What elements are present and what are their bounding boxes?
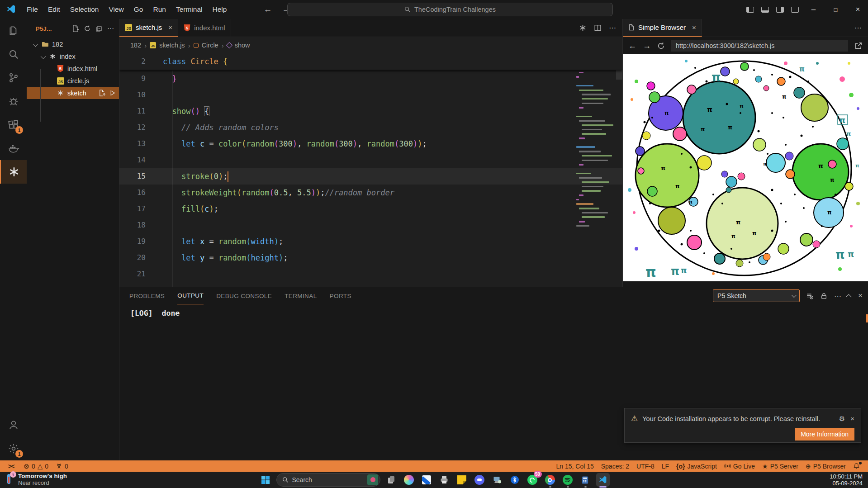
notification-close-icon[interactable]: × — [850, 415, 854, 423]
p5-sketch-explorer-icon[interactable] — [0, 160, 27, 184]
notification-settings-gear-icon[interactable]: ⚙ — [839, 415, 845, 423]
editor-more-actions-icon[interactable]: ⋯ — [609, 24, 616, 32]
taskbar-icon-snipping-tool[interactable] — [420, 473, 433, 487]
eol-sequence[interactable]: LF — [658, 460, 673, 472]
run-sketch-icon[interactable] — [109, 90, 115, 96]
breadcrumb-file[interactable]: sketch.js — [159, 42, 185, 49]
taskbar-icon-printer[interactable] — [437, 473, 451, 487]
taskbar-icon-copilot[interactable] — [402, 473, 416, 487]
tab-simple-browser[interactable]: Simple Browser × — [623, 19, 702, 37]
more-information-button[interactable]: More Information — [795, 428, 854, 441]
code-line[interactable]: 11 show() { — [119, 103, 622, 119]
maximize-panel-icon[interactable] — [846, 294, 852, 300]
taskbar-icon-chrome[interactable] — [543, 473, 557, 487]
code-line[interactable]: 13 let c = color(random(300), random(300… — [119, 136, 622, 152]
browser-more-actions-icon[interactable]: ⋯ — [854, 24, 862, 32]
indentation[interactable]: Spaces: 2 — [598, 460, 633, 472]
browser-forward-icon[interactable]: → — [643, 41, 651, 51]
taskbar-icon-calculator[interactable] — [579, 473, 592, 487]
taskbar-icon-whatsapp[interactable]: 50 — [526, 473, 539, 487]
notifications-bell[interactable] — [849, 460, 863, 472]
tab-index-html[interactable]: 5 index.html — [178, 19, 231, 37]
source-control-icon[interactable] — [0, 66, 27, 90]
taskbar-search[interactable]: Search — [276, 473, 380, 487]
toggle-sidebar-icon[interactable] — [746, 7, 754, 13]
toggle-panel-icon[interactable] — [761, 7, 769, 13]
minimap[interactable] — [576, 54, 615, 287]
code-line[interactable]: 12 // Adds random colors — [119, 119, 622, 136]
encoding[interactable]: UTF-8 — [633, 460, 658, 472]
lock-icon[interactable] — [820, 292, 828, 300]
url-input[interactable]: http://localhost:3000/182\sketch.js — [671, 40, 848, 52]
toggle-secondary-sidebar-icon[interactable] — [776, 7, 784, 13]
browser-reload-icon[interactable] — [657, 42, 665, 50]
code-line[interactable]: 9 } — [119, 71, 622, 87]
code-line[interactable]: 21 — [119, 266, 622, 282]
panel-tab-debug-console[interactable]: DEBUG CONSOLE — [216, 287, 272, 304]
taskbar-icon-vscode[interactable] — [596, 473, 610, 487]
command-center-search[interactable]: TheCodingTrain Challenges — [287, 3, 613, 16]
p5-server-button[interactable]: ★ P5 Server — [759, 460, 802, 472]
docker-icon[interactable] — [0, 137, 27, 160]
window-maximize-button[interactable]: □ — [825, 0, 846, 19]
menu-terminal[interactable]: Terminal — [171, 0, 208, 19]
window-close-button[interactable]: × — [848, 0, 868, 19]
manage-gear-icon[interactable]: 1 — [0, 437, 27, 460]
code-line[interactable]: 15 stroke(0); — [119, 168, 622, 185]
taskbar-icon-bluetooth[interactable] — [508, 473, 522, 487]
code-line[interactable]: 10 — [119, 87, 622, 103]
menu-selection[interactable]: Selection — [65, 0, 104, 19]
tree-item-index[interactable]: index — [27, 50, 119, 62]
menu-go[interactable]: Go — [129, 0, 148, 19]
extensions-icon[interactable]: 1 — [0, 113, 27, 137]
window-minimize-button[interactable]: – — [803, 0, 824, 19]
tab-close-icon[interactable]: × — [692, 24, 696, 31]
panel-tab-output[interactable]: OUTPUT — [177, 287, 204, 304]
breadcrumb-method[interactable]: show — [235, 42, 250, 49]
go-live-button[interactable]: Go Live — [721, 460, 759, 472]
run-p5-sketch-icon[interactable] — [579, 24, 587, 32]
weather-widget[interactable]: 1 Tomorrow's high Near record — [4, 473, 67, 486]
tab-sketch-js[interactable]: JS sketch.js × — [119, 19, 178, 37]
menu-file[interactable]: File — [22, 0, 43, 19]
clear-output-icon[interactable] — [806, 292, 814, 300]
explorer-icon[interactable] — [0, 19, 27, 43]
accounts-icon[interactable] — [0, 413, 27, 437]
code-line[interactable]: 20 let y = random(height); — [119, 250, 622, 266]
code-line[interactable]: 17 fill(c); — [119, 201, 622, 217]
search-icon[interactable] — [0, 43, 27, 66]
panel-tab-ports[interactable]: PORTS — [330, 287, 351, 304]
code-line[interactable]: 14 — [119, 152, 622, 168]
panel-tab-problems[interactable]: PROBLEMS — [129, 287, 165, 304]
taskbar-icon-sticky-notes[interactable] — [455, 473, 469, 487]
taskbar-icon-file-explorer[interactable] — [384, 473, 398, 487]
refresh-icon[interactable] — [84, 25, 91, 32]
problems-status[interactable]: ⊗ 0 △ 0 — [20, 460, 52, 472]
tree-item-182[interactable]: 182 — [27, 38, 119, 50]
code-line[interactable]: 19 let x = random(width); — [119, 233, 622, 250]
menu-help[interactable]: Help — [208, 0, 232, 19]
menu-run[interactable]: Run — [148, 0, 171, 19]
code-editor[interactable]: 9 }1011 show() {12 // Adds random colors… — [119, 53, 622, 287]
browser-back-icon[interactable]: ← — [628, 41, 636, 51]
taskbar-clock[interactable]: 10:50:11 PM 05-09-2024 — [830, 473, 863, 487]
panel-scrollbar-marker[interactable] — [866, 314, 868, 322]
cursor-position[interactable]: Ln 15, Col 15 — [552, 460, 597, 472]
open-external-icon[interactable] — [854, 42, 863, 50]
taskbar-icon-this-pc[interactable] — [490, 473, 504, 487]
history-back-icon[interactable]: ← — [263, 5, 272, 14]
code-line[interactable]: 18 — [119, 217, 622, 233]
close-panel-icon[interactable]: × — [858, 291, 863, 300]
split-editor-icon[interactable] — [594, 24, 602, 32]
taskbar-icon-spotify[interactable] — [561, 473, 574, 487]
menu-edit[interactable]: Edit — [43, 0, 65, 19]
taskbar-icon-discord[interactable] — [473, 473, 486, 487]
menu-view[interactable]: View — [104, 0, 128, 19]
output-channel-select[interactable]: P5 Sketch — [713, 289, 800, 302]
ports-status[interactable]: 0 — [52, 460, 72, 472]
tab-close-icon[interactable]: × — [168, 24, 172, 31]
more-actions-icon[interactable]: ⋯ — [107, 24, 114, 33]
start-button[interactable] — [259, 473, 272, 487]
open-sketch-icon[interactable] — [99, 90, 105, 96]
breadcrumb-folder[interactable]: 182 — [130, 42, 141, 49]
